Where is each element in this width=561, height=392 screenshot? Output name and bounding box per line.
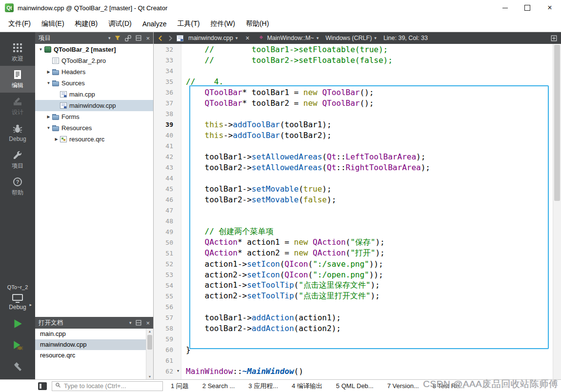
line-number[interactable]: 51 — [154, 250, 177, 257]
output-pane-button[interactable]: 1 问题 — [171, 382, 189, 391]
mode-welcome[interactable]: 欢迎 — [0, 39, 35, 66]
code-line[interactable]: 41 — [154, 140, 553, 151]
fold-marker-icon[interactable]: ▼ — [177, 369, 181, 373]
line-number[interactable]: 49 — [154, 228, 177, 235]
line-number[interactable]: 42 — [154, 153, 177, 160]
output-pane-button[interactable]: 3 应用程... — [248, 382, 278, 391]
scrollbar-thumb[interactable] — [147, 335, 152, 350]
code-line[interactable]: 62▼MainWindow::~MainWindow() — [154, 366, 553, 376]
minimize-button[interactable] — [494, 0, 516, 16]
filter-icon[interactable] — [115, 35, 120, 41]
code-line[interactable]: 47 — [154, 205, 553, 216]
kit-name[interactable]: QTo~r_2 — [7, 284, 28, 290]
expand-arrow-icon[interactable]: ▼ — [38, 47, 44, 52]
output-pane-button[interactable]: 2 Search ... — [202, 382, 235, 390]
line-number[interactable]: 48 — [154, 217, 177, 225]
open-doc-main.cpp[interactable]: main.cpp — [35, 329, 146, 339]
output-pane-button[interactable]: 5 QML Deb... — [336, 382, 374, 390]
code-line[interactable]: 50 QAction* action1 = new QAction("保存"); — [154, 237, 553, 248]
maximize-button[interactable] — [516, 0, 539, 16]
line-number[interactable]: 53 — [154, 271, 177, 278]
line-number[interactable]: 56 — [154, 303, 177, 311]
run-button[interactable] — [0, 313, 35, 334]
expand-arrow-icon[interactable]: ▶ — [53, 137, 60, 141]
menu-item[interactable]: 工具(T) — [172, 16, 205, 32]
menu-item[interactable]: 构建(B) — [70, 16, 103, 32]
open-documents-scrollbar[interactable]: ▲ ▼ — [146, 329, 153, 379]
tree-item-mainwindow.cpp[interactable]: mainwindow.cpp — [35, 100, 153, 111]
menu-item[interactable]: 编辑(E) — [36, 16, 70, 32]
code-line[interactable]: 34 — [154, 65, 553, 76]
line-number[interactable]: 38 — [154, 110, 177, 118]
code-line[interactable]: 44 — [154, 173, 553, 183]
scroll-down-arrow-icon[interactable]: ▼ — [146, 375, 153, 378]
menu-item[interactable]: 帮助(H) — [240, 16, 274, 32]
expand-arrow-icon[interactable]: ▼ — [45, 81, 52, 85]
code-line[interactable]: 55 action2->setToolTip("点击这里打开文件"); — [154, 291, 553, 301]
line-number[interactable]: 43 — [154, 164, 177, 171]
line-number[interactable]: 61 — [154, 357, 177, 364]
line-number[interactable]: 33 — [154, 57, 177, 64]
line-number[interactable]: 35 — [154, 78, 177, 85]
split-icon[interactable] — [136, 320, 141, 326]
code-line[interactable]: 40 this->addToolBar(toolBar2); — [154, 130, 553, 140]
line-number[interactable]: 60 — [154, 346, 177, 353]
line-number[interactable]: 62 — [154, 368, 177, 375]
code-line[interactable]: 60} — [154, 344, 553, 355]
mode-projects[interactable]: 项目 — [0, 146, 35, 173]
code-line[interactable]: 53 action2->setIcon(QIcon(":/open.png"))… — [154, 269, 553, 280]
back-button[interactable] — [158, 35, 164, 41]
line-number[interactable]: 44 — [154, 175, 177, 182]
code-line[interactable]: 36 QToolBar* toolBar1 = new QToolBar(); — [154, 87, 553, 98]
line-number[interactable]: 41 — [154, 142, 177, 150]
target-selector-button[interactable]: Debug ▸ — [0, 292, 35, 313]
code-line[interactable]: 43 toolBar2->setAllowedAreas(Qt::RightTo… — [154, 162, 553, 173]
code-line[interactable]: 46 toolBar2->setMovable(false); — [154, 194, 553, 205]
editor-scrollbar[interactable] — [553, 44, 561, 379]
code-line[interactable]: 49 // 创建两个菜单项 — [154, 226, 553, 237]
tree-item-forms[interactable]: ▶Forms — [35, 111, 153, 122]
line-number[interactable]: 45 — [154, 185, 177, 193]
line-number[interactable]: 59 — [154, 335, 177, 343]
build-button[interactable] — [0, 356, 35, 377]
tree-item-sources[interactable]: ▼Sources — [35, 78, 153, 89]
close-button[interactable]: × — [539, 0, 561, 16]
code-line[interactable]: 51 QAction* action2 = new QAction("打开"); — [154, 248, 553, 258]
line-number[interactable]: 40 — [154, 132, 177, 139]
line-number[interactable]: 55 — [154, 293, 177, 300]
tree-item-headers[interactable]: ▶Headers — [35, 66, 153, 78]
forward-button[interactable] — [167, 35, 173, 41]
mode-help[interactable]: ?帮助 — [0, 173, 35, 200]
output-pane-button[interactable]: 4 编译输出 — [292, 382, 322, 391]
line-number[interactable]: 46 — [154, 196, 177, 203]
menu-item[interactable]: 文件(F) — [3, 16, 36, 32]
code-line[interactable]: 61 — [154, 355, 553, 366]
scroll-up-arrow-icon[interactable]: ▲ — [146, 330, 153, 333]
mode-edit[interactable]: 编辑 — [0, 66, 35, 93]
line-number[interactable]: 57 — [154, 314, 177, 321]
locator-input[interactable]: Type to locate (Ctrl+... — [52, 381, 163, 391]
menu-item[interactable]: 控件(W) — [205, 16, 240, 32]
chevron-down-icon[interactable]: ▾ — [108, 36, 111, 40]
line-number[interactable]: 50 — [154, 239, 177, 246]
tree-item-resources[interactable]: ▼Resources — [35, 122, 153, 134]
line-number[interactable]: 36 — [154, 89, 177, 96]
debug-run-button[interactable] — [0, 334, 35, 356]
tree-item-resource.qrc[interactable]: ▶resource.qrc — [35, 134, 153, 145]
line-number[interactable]: 37 — [154, 99, 177, 107]
line-number[interactable]: 52 — [154, 260, 177, 268]
code-line[interactable]: 56 — [154, 301, 553, 312]
line-number[interactable]: 34 — [154, 67, 177, 75]
open-doc-resource.qrc[interactable]: resource.qrc — [35, 350, 146, 361]
mode-debug[interactable]: Debug — [0, 119, 35, 146]
code-line[interactable]: 54 action1->setToolTip("点击这里保存文件"); — [154, 280, 553, 291]
line-number[interactable]: 47 — [154, 207, 177, 214]
split-icon[interactable] — [136, 35, 141, 41]
tree-item-qtoolbar_2.pro[interactable]: QToolBar_2.pro — [35, 55, 153, 66]
code-line[interactable]: 35// 4. — [154, 76, 553, 87]
sidebar-toggle-icon[interactable] — [38, 382, 47, 390]
code-line[interactable]: 52 action1->setIcon(QIcon(":/save.png"))… — [154, 258, 553, 269]
menu-item[interactable]: 调试(D) — [103, 16, 137, 32]
output-pane-button[interactable]: 7 Version... — [387, 382, 419, 390]
symbol-combo[interactable]: MainWindow::M~ ▾ — [258, 34, 319, 42]
